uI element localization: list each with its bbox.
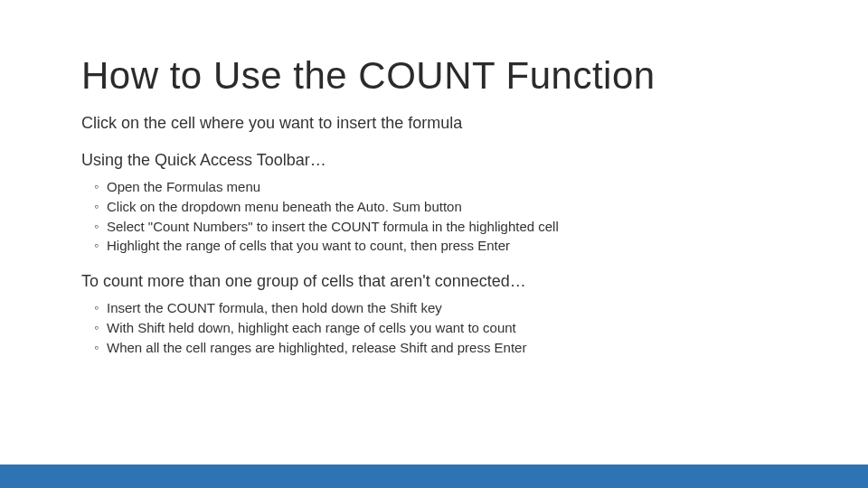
section1-heading: Using the Quick Access Toolbar… [81, 151, 796, 170]
list-item: Open the Formulas menu [94, 177, 796, 197]
list-item: Highlight the range of cells that you wa… [94, 236, 796, 256]
section1-list: Open the Formulas menu Click on the drop… [81, 177, 796, 256]
footer-accent-bar [0, 465, 868, 488]
slide: How to Use the COUNT Function Click on t… [0, 0, 868, 488]
intro-text: Click on the cell where you want to inse… [81, 114, 796, 133]
section2-list: Insert the COUNT formula, then hold down… [81, 298, 796, 357]
list-item: Click on the dropdown menu beneath the A… [94, 197, 796, 217]
slide-title: How to Use the COUNT Function [81, 54, 796, 98]
list-item: Select "Count Numbers" to insert the COU… [94, 217, 796, 237]
section2-heading: To count more than one group of cells th… [81, 272, 796, 291]
list-item: With Shift held down, highlight each ran… [94, 318, 796, 338]
list-item: When all the cell ranges are highlighted… [94, 338, 796, 358]
list-item: Insert the COUNT formula, then hold down… [94, 298, 796, 318]
